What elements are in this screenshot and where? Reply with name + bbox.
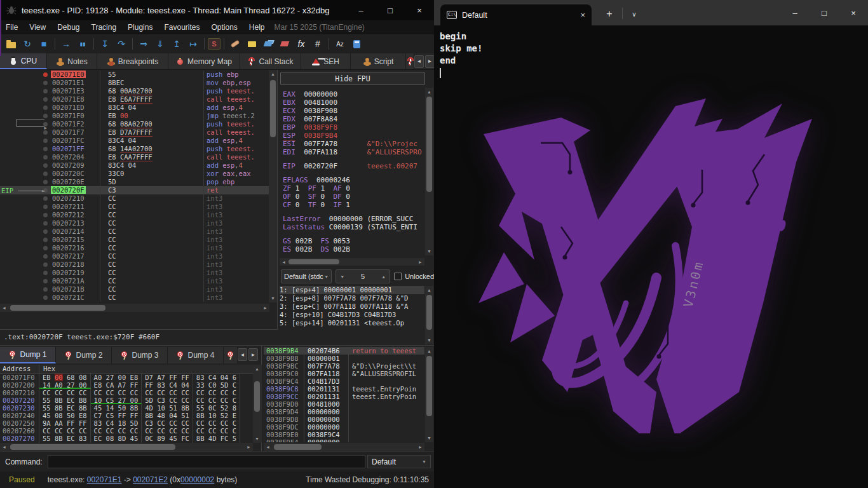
breakpoint-dot[interactable]: [43, 172, 48, 176]
calling-convention-select[interactable]: Default (stdc▼: [281, 269, 332, 283]
stack-row[interactable]: 0038F9DC00000000: [264, 423, 424, 431]
breakpoint-dot[interactable]: [43, 205, 48, 209]
arg-row[interactable]: 4: [esp+10] C04B17D3 C04B17D3: [280, 311, 424, 319]
dump-byte-group[interactable]: CC CC CC CC: [91, 427, 142, 435]
close-button[interactable]: ×: [405, 0, 434, 20]
dump-byte-group[interactable]: 10 C5 27 00: [91, 396, 142, 404]
status-to-address-link[interactable]: 002071E2: [133, 475, 168, 484]
disasm-row[interactable]: 002071E18BECmov ebp,esp: [0, 79, 269, 87]
disasm-row[interactable]: 00207217CCint3: [0, 252, 269, 261]
comment-icon[interactable]: [244, 36, 259, 51]
terminal-maximize-button[interactable]: □: [810, 0, 839, 25]
label-red-icon[interactable]: [277, 36, 292, 51]
dump-byte-group[interactable]: 83 C4 18 5D: [91, 419, 142, 427]
tab-cpu[interactable]: CPU: [0, 53, 47, 69]
disasm-row[interactable]: 002071E368 00A02700push teeest.: [0, 87, 269, 95]
register-line[interactable]: LastStatus C0000139 (STATUS_ENTI: [283, 223, 424, 231]
breakpoint-dot[interactable]: [43, 105, 48, 110]
open-file-icon[interactable]: [3, 36, 18, 51]
stack-row[interactable]: 0038F9C800201131teeest.EntryPoin: [264, 385, 424, 393]
register-line[interactable]: EBP 0038F9F8: [283, 123, 424, 132]
tab-dump-1[interactable]: Dump 1: [0, 347, 56, 363]
breakpoint-dot[interactable]: [43, 139, 48, 143]
disasm-row[interactable]: 0020720C33C0xor eax,eax: [0, 170, 269, 178]
tab-dropdown-button[interactable]: ∨: [626, 6, 642, 22]
tab-close-icon[interactable]: ×: [580, 10, 585, 20]
dump-byte-group[interactable]: CC CC CC CC: [142, 427, 193, 435]
breakpoint-dot[interactable]: [43, 130, 48, 135]
breakpoint-dot[interactable]: [43, 279, 48, 283]
breakpoint-dot[interactable]: [43, 221, 48, 226]
stack-hscrollbar[interactable]: ◄►: [264, 443, 424, 451]
dump-byte-group[interactable]: EC 08 8D 45: [91, 435, 142, 442]
breakpoint-dot[interactable]: [43, 147, 48, 151]
disasm-row[interactable]: 002071F7E8 D7A7FFFFcall teeest.: [0, 128, 269, 137]
dump-byte-group[interactable]: 4D 10 51 8B: [142, 404, 193, 412]
pause-icon[interactable]: ▮▮: [75, 36, 90, 51]
tabs-right-arrow[interactable]: ►: [425, 55, 435, 68]
disasm-vscrollbar[interactable]: ▲▼: [269, 70, 277, 302]
arg-row[interactable]: 5: [esp+14] 00201131 <teeest.Op: [280, 319, 424, 327]
stack-row[interactable]: 0038F9C0007FA118&"ALLUSERSPROFIL: [264, 370, 424, 377]
disasm-row[interactable]: 00207219CCint3: [0, 269, 269, 277]
stack-row[interactable]: 0038F9E400000000: [264, 438, 424, 442]
disasm-row[interactable]: 00207211CCint3: [0, 203, 269, 211]
register-line[interactable]: OF 0 SF 0 DF 0: [283, 193, 424, 201]
dump-byte-group[interactable]: EB 00 68 08: [39, 374, 91, 381]
breakpoint-dot[interactable]: [43, 271, 48, 275]
calculator-icon[interactable]: [349, 36, 364, 51]
breakpoint-dot[interactable]: [43, 213, 48, 217]
unlocked-checkbox[interactable]: [394, 273, 402, 280]
terminal-tab-default[interactable]: C:\ Default ×: [440, 4, 592, 25]
dump-row[interactable]: 00207260CC CC CC CCCC CC CC CCCC CC CC C…: [0, 427, 253, 435]
dump-byte-group[interactable]: A0 27 00 E8: [91, 374, 142, 381]
register-line[interactable]: EDI 007FA118 &"ALLUSERSPRO: [283, 148, 424, 156]
dump-byte-group[interactable]: CC CC CC CC: [39, 389, 91, 396]
register-line[interactable]: ECX 0038F908: [283, 107, 424, 115]
stack-vscrollbar[interactable]: ▲▼: [425, 347, 433, 442]
breakpoint-dot[interactable]: [43, 97, 48, 102]
register-line[interactable]: LastError 00000000 (ERROR_SUCC: [283, 215, 424, 223]
breakpoint-dot[interactable]: [43, 196, 48, 201]
register-line[interactable]: ES 002B DS 002B: [283, 245, 424, 254]
dump-byte-group[interactable]: CC CC CC CC: [39, 427, 91, 435]
tab-seh[interactable]: SEH: [301, 53, 351, 69]
breakpoint-dot[interactable]: [43, 81, 48, 85]
tab-memory-map[interactable]: Memory Map: [168, 53, 240, 69]
registers-hscrollbar[interactable]: ◄►: [280, 258, 424, 266]
minimize-button[interactable]: –: [346, 0, 376, 20]
register-line[interactable]: ZF 1 PF 1 AF 0: [283, 184, 424, 193]
register-line[interactable]: GS 002B FS 0053: [283, 237, 424, 245]
stack-row[interactable]: 0038F9D000481000: [264, 400, 424, 408]
dump-byte-group[interactable]: CC CC CC C: [193, 396, 240, 404]
step-into-icon[interactable]: ↧: [97, 36, 112, 51]
menu-favourites[interactable]: Favourites: [158, 20, 205, 34]
dump-row[interactable]: 00207210CC CC CC CCCC CC CC CCCC CC CC C…: [0, 389, 253, 396]
disasm-row[interactable]: 002071ED83C4 04add esp,4: [0, 104, 269, 112]
dump-row[interactable]: 0020723055 8B EC 8B45 14 50 8B4D 10 51 8…: [0, 404, 253, 412]
disasm-row[interactable]: 00207204E8 CAA7FFFFcall teeest.: [0, 153, 269, 161]
step-over-icon[interactable]: ↷: [114, 36, 129, 51]
run-to-user-code-icon[interactable]: ↦: [186, 36, 201, 51]
dump-row[interactable]: 002071F0EB 00 68 08A0 27 00 E8D7 A7 FF F…: [0, 374, 253, 381]
menu-plugins[interactable]: Plugins: [122, 20, 158, 34]
tabs-left-arrow[interactable]: ◄: [414, 55, 424, 68]
disasm-row[interactable]: 0020720983C4 04add esp,4: [0, 161, 269, 170]
dump-byte-group[interactable]: E8 CA A7 FF: [91, 381, 142, 389]
register-line[interactable]: ESP 0038F9B4: [283, 132, 424, 140]
dump-byte-group[interactable]: 45 14 50 8B: [91, 404, 142, 412]
dump-byte-group[interactable]: 5D C3 CC CC: [142, 396, 193, 404]
tab-breakpoints[interactable]: Breakpoints: [97, 53, 168, 69]
disasm-row[interactable]: 0020721CCCint3: [0, 294, 269, 302]
dump-row[interactable]: 0020722055 8B EC B810 C5 27 005D C3 CC C…: [0, 396, 253, 404]
disasm-row[interactable]: 00207213CCint3: [0, 219, 269, 227]
dump-byte-group[interactable]: 14 A0 27 00: [39, 381, 91, 389]
breakpoint-dot[interactable]: [43, 89, 48, 93]
hide-fpu-button[interactable]: Hide FPU: [280, 72, 425, 85]
menu-tracing[interactable]: Tracing: [86, 20, 123, 34]
dump-byte-group[interactable]: C3 CC CC CC: [142, 419, 193, 427]
terminal-minimize-button[interactable]: –: [780, 0, 810, 25]
dump-byte-group[interactable]: 55 8B EC 83: [39, 435, 91, 442]
disasm-row[interactable]: 00207212CCint3: [0, 211, 269, 219]
dump-byte-group[interactable]: 0C 89 45 FC: [142, 435, 193, 442]
